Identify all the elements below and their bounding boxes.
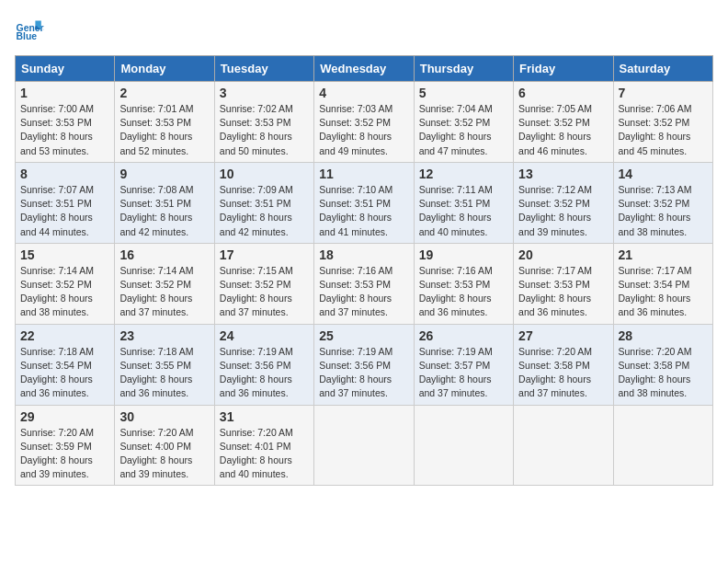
day-number: 16: [119, 247, 209, 262]
day-number: 3: [220, 86, 309, 100]
day-cell: 17 Sunrise: 7:15 AM Sunset: 3:52 PM Dayl…: [214, 243, 313, 324]
day-cell: [414, 405, 513, 486]
day-number: 13: [518, 167, 608, 181]
day-cell: [514, 405, 613, 486]
day-number: 21: [619, 247, 708, 262]
day-info: Sunrise: 7:20 AM Sunset: 3:59 PM Dayligh…: [20, 426, 109, 482]
week-row-3: 15 Sunrise: 7:14 AM Sunset: 3:52 PM Dayl…: [16, 243, 713, 324]
day-cell: 21 Sunrise: 7:17 AM Sunset: 3:54 PM Dayl…: [613, 243, 712, 324]
day-info: Sunrise: 7:17 AM Sunset: 3:54 PM Dayligh…: [619, 264, 708, 320]
day-number: 9: [119, 167, 209, 181]
day-info: Sunrise: 7:20 AM Sunset: 3:58 PM Dayligh…: [619, 345, 708, 401]
day-cell: 7 Sunrise: 7:06 AM Sunset: 3:52 PM Dayli…: [613, 82, 712, 163]
logo: General Blue: [15, 15, 48, 44]
calendar-table: SundayMondayTuesdayWednesdayThursdayFrid…: [15, 55, 713, 486]
day-number: 7: [619, 86, 708, 100]
day-info: Sunrise: 7:00 AM Sunset: 3:53 PM Dayligh…: [20, 102, 109, 158]
day-info: Sunrise: 7:02 AM Sunset: 3:53 PM Dayligh…: [220, 102, 309, 158]
day-cell: 18 Sunrise: 7:16 AM Sunset: 3:53 PM Dayl…: [314, 243, 414, 324]
week-row-5: 29 Sunrise: 7:20 AM Sunset: 3:59 PM Dayl…: [16, 405, 713, 486]
day-cell: 15 Sunrise: 7:14 AM Sunset: 3:52 PM Dayl…: [16, 243, 115, 324]
day-cell: 30 Sunrise: 7:20 AM Sunset: 4:00 PM Dayl…: [115, 405, 214, 486]
header-friday: Friday: [514, 56, 613, 82]
day-info: Sunrise: 7:19 AM Sunset: 3:56 PM Dayligh…: [319, 345, 408, 401]
page-header: General Blue: [15, 15, 713, 44]
day-info: Sunrise: 7:18 AM Sunset: 3:54 PM Dayligh…: [20, 345, 109, 401]
day-cell: [613, 405, 712, 486]
day-info: Sunrise: 7:19 AM Sunset: 3:57 PM Dayligh…: [419, 345, 508, 401]
logo-icon: General Blue: [15, 15, 44, 44]
day-info: Sunrise: 7:05 AM Sunset: 3:52 PM Dayligh…: [518, 102, 608, 158]
day-info: Sunrise: 7:01 AM Sunset: 3:53 PM Dayligh…: [119, 102, 209, 158]
day-number: 6: [518, 86, 608, 100]
day-number: 19: [419, 247, 508, 262]
day-cell: 25 Sunrise: 7:19 AM Sunset: 3:56 PM Dayl…: [314, 324, 414, 405]
day-info: Sunrise: 7:07 AM Sunset: 3:51 PM Dayligh…: [20, 183, 109, 239]
day-number: 28: [619, 328, 708, 343]
day-cell: 27 Sunrise: 7:20 AM Sunset: 3:58 PM Dayl…: [514, 324, 613, 405]
day-cell: 5 Sunrise: 7:04 AM Sunset: 3:52 PM Dayli…: [414, 82, 513, 163]
day-number: 12: [419, 167, 508, 181]
day-number: 22: [20, 328, 109, 343]
day-number: 30: [119, 409, 209, 424]
day-cell: 19 Sunrise: 7:16 AM Sunset: 3:53 PM Dayl…: [414, 243, 513, 324]
day-info: Sunrise: 7:12 AM Sunset: 3:52 PM Dayligh…: [518, 183, 608, 239]
day-cell: 26 Sunrise: 7:19 AM Sunset: 3:57 PM Dayl…: [414, 324, 513, 405]
day-cell: 1 Sunrise: 7:00 AM Sunset: 3:53 PM Dayli…: [16, 82, 115, 163]
day-info: Sunrise: 7:14 AM Sunset: 3:52 PM Dayligh…: [20, 264, 109, 320]
header-sunday: Sunday: [16, 56, 115, 82]
day-info: Sunrise: 7:17 AM Sunset: 3:53 PM Dayligh…: [518, 264, 608, 320]
day-cell: 10 Sunrise: 7:09 AM Sunset: 3:51 PM Dayl…: [214, 162, 313, 243]
day-cell: 24 Sunrise: 7:19 AM Sunset: 3:56 PM Dayl…: [214, 324, 313, 405]
day-cell: 6 Sunrise: 7:05 AM Sunset: 3:52 PM Dayli…: [514, 82, 613, 163]
day-info: Sunrise: 7:20 AM Sunset: 4:01 PM Dayligh…: [220, 426, 309, 482]
day-number: 24: [220, 328, 309, 343]
day-number: 27: [518, 328, 608, 343]
day-number: 20: [518, 247, 608, 262]
day-info: Sunrise: 7:14 AM Sunset: 3:52 PM Dayligh…: [119, 264, 209, 320]
day-number: 29: [20, 409, 109, 424]
day-cell: 29 Sunrise: 7:20 AM Sunset: 3:59 PM Dayl…: [16, 405, 115, 486]
header-saturday: Saturday: [613, 56, 712, 82]
day-cell: [314, 405, 414, 486]
day-info: Sunrise: 7:06 AM Sunset: 3:52 PM Dayligh…: [619, 102, 708, 158]
day-info: Sunrise: 7:20 AM Sunset: 3:58 PM Dayligh…: [518, 345, 608, 401]
day-number: 17: [220, 247, 309, 262]
day-info: Sunrise: 7:10 AM Sunset: 3:51 PM Dayligh…: [319, 183, 408, 239]
day-cell: 16 Sunrise: 7:14 AM Sunset: 3:52 PM Dayl…: [115, 243, 214, 324]
day-number: 18: [319, 247, 408, 262]
day-cell: 2 Sunrise: 7:01 AM Sunset: 3:53 PM Dayli…: [115, 82, 214, 163]
day-cell: 11 Sunrise: 7:10 AM Sunset: 3:51 PM Dayl…: [314, 162, 414, 243]
week-row-1: 1 Sunrise: 7:00 AM Sunset: 3:53 PM Dayli…: [16, 82, 713, 163]
day-info: Sunrise: 7:18 AM Sunset: 3:55 PM Dayligh…: [119, 345, 209, 401]
day-number: 15: [20, 247, 109, 262]
day-number: 25: [319, 328, 408, 343]
day-cell: 14 Sunrise: 7:13 AM Sunset: 3:52 PM Dayl…: [613, 162, 712, 243]
day-info: Sunrise: 7:16 AM Sunset: 3:53 PM Dayligh…: [319, 264, 408, 320]
day-info: Sunrise: 7:11 AM Sunset: 3:51 PM Dayligh…: [419, 183, 508, 239]
day-cell: 28 Sunrise: 7:20 AM Sunset: 3:58 PM Dayl…: [613, 324, 712, 405]
calendar-header-row: SundayMondayTuesdayWednesdayThursdayFrid…: [16, 56, 713, 82]
day-number: 5: [419, 86, 508, 100]
day-cell: 4 Sunrise: 7:03 AM Sunset: 3:52 PM Dayli…: [314, 82, 414, 163]
day-number: 10: [220, 167, 309, 181]
day-number: 14: [619, 167, 708, 181]
header-tuesday: Tuesday: [214, 56, 313, 82]
day-info: Sunrise: 7:19 AM Sunset: 3:56 PM Dayligh…: [220, 345, 309, 401]
day-info: Sunrise: 7:04 AM Sunset: 3:52 PM Dayligh…: [419, 102, 508, 158]
header-thursday: Thursday: [414, 56, 513, 82]
day-cell: 20 Sunrise: 7:17 AM Sunset: 3:53 PM Dayl…: [514, 243, 613, 324]
day-cell: 12 Sunrise: 7:11 AM Sunset: 3:51 PM Dayl…: [414, 162, 513, 243]
day-info: Sunrise: 7:15 AM Sunset: 3:52 PM Dayligh…: [220, 264, 309, 320]
day-info: Sunrise: 7:09 AM Sunset: 3:51 PM Dayligh…: [220, 183, 309, 239]
day-number: 1: [20, 86, 109, 100]
header-wednesday: Wednesday: [314, 56, 414, 82]
day-number: 4: [319, 86, 408, 100]
day-number: 31: [220, 409, 309, 424]
week-row-2: 8 Sunrise: 7:07 AM Sunset: 3:51 PM Dayli…: [16, 162, 713, 243]
day-cell: 23 Sunrise: 7:18 AM Sunset: 3:55 PM Dayl…: [115, 324, 214, 405]
day-number: 8: [20, 167, 109, 181]
svg-text:Blue: Blue: [17, 31, 38, 41]
day-number: 23: [119, 328, 209, 343]
day-info: Sunrise: 7:03 AM Sunset: 3:52 PM Dayligh…: [319, 102, 408, 158]
